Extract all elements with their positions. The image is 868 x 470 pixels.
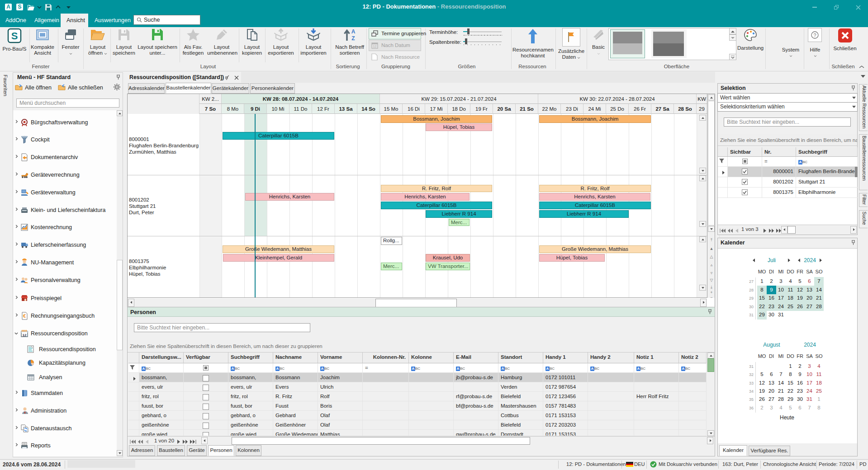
svg-text:S: S bbox=[11, 30, 18, 42]
svg-text:12: 12 bbox=[373, 45, 377, 48]
svg-text:Z: Z bbox=[351, 35, 355, 42]
svg-text:12: 12 bbox=[23, 333, 27, 337]
svg-text:A: A bbox=[351, 28, 356, 35]
svg-text:?: ? bbox=[813, 33, 816, 38]
svg-text:€: € bbox=[23, 313, 26, 319]
